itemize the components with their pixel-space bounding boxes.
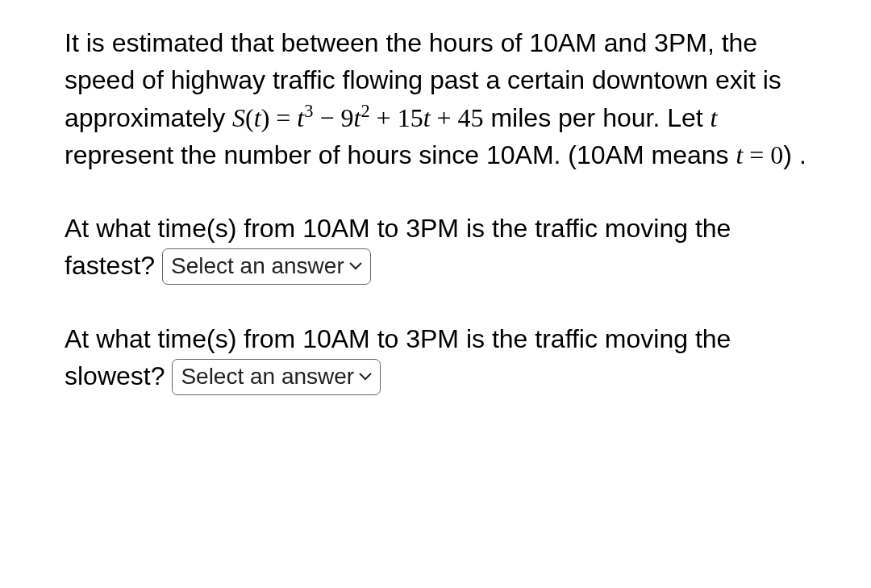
equation-speed: S(t) = t3 − 9t2 + 15t + 45 <box>232 103 483 132</box>
chevron-down-icon <box>359 373 372 381</box>
select-slowest[interactable]: Select an answer <box>172 359 381 395</box>
chevron-down-icon <box>349 262 362 270</box>
problem-container: It is estimated that between the hours o… <box>0 0 871 419</box>
intro-text-2: miles per hour. Let <box>484 103 711 132</box>
question-slowest-text: At what time(s) from 10AM to 3PM is the … <box>65 324 731 390</box>
question-fastest: At what time(s) from 10AM to 3PM is the … <box>65 210 806 285</box>
equation-t0: t = 0 <box>736 140 783 169</box>
select-slowest-label: Select an answer <box>181 361 354 394</box>
question-slowest: At what time(s) from 10AM to 3PM is the … <box>65 320 806 395</box>
intro-text-3: represent the number of hours since 10AM… <box>65 140 736 169</box>
intro-text-4: ) . <box>783 140 806 169</box>
problem-intro: It is estimated that between the hours o… <box>65 24 806 174</box>
variable-t: t <box>711 103 718 132</box>
select-fastest[interactable]: Select an answer <box>162 248 371 285</box>
select-fastest-label: Select an answer <box>171 250 344 283</box>
